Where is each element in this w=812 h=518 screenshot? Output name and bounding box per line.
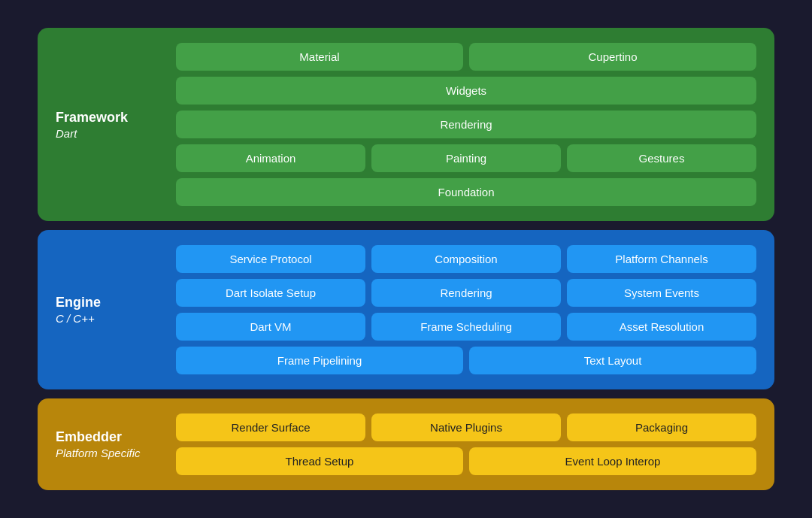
embedder-subtitle: Platform Specific [56,447,161,459]
cell-foundation: Foundation [176,178,756,206]
framework-subtitle: Dart [56,127,161,140]
engine-row-4: Frame Pipelining Text Layout [176,347,756,374]
engine-subtitle: C / C++ [56,312,161,325]
flutter-architecture-diagram: Framework Dart Material Cupertino Widget… [23,13,789,505]
cell-material: Material [176,43,463,71]
cell-rendering-eng: Rendering [371,279,561,307]
framework-content: Material Cupertino Widgets Rendering Ani… [176,43,756,206]
cell-cupertino: Cupertino [469,43,756,71]
cell-painting: Painting [371,144,561,172]
cell-composition: Composition [371,245,561,273]
engine-label: Engine C / C++ [56,295,161,325]
embedder-layer: Embedder Platform Specific Render Surfac… [38,398,774,490]
framework-row-5: Foundation [176,178,756,206]
framework-title: Framework [56,110,161,126]
cell-service-protocol: Service Protocol [176,245,365,273]
framework-row-4: Animation Painting Gestures [176,144,756,172]
engine-content: Service Protocol Composition Platform Ch… [176,245,756,374]
cell-packaging: Packaging [567,413,756,441]
cell-asset-resolution: Asset Resolution [567,313,756,341]
embedder-row-2: Thread Setup Event Loop Interop [176,447,756,475]
framework-row-2: Widgets [176,77,756,105]
engine-row-1: Service Protocol Composition Platform Ch… [176,245,756,273]
engine-row-2: Dart Isolate Setup Rendering System Even… [176,279,756,307]
cell-dart-vm: Dart VM [176,313,365,341]
embedder-title: Embedder [56,429,161,445]
cell-thread-setup: Thread Setup [176,447,463,475]
cell-widgets: Widgets [176,77,756,105]
cell-frame-pipelining: Frame Pipelining [176,347,463,374]
cell-animation: Animation [176,144,365,172]
framework-row-3: Rendering [176,111,756,138]
framework-row-1: Material Cupertino [176,43,756,71]
cell-text-layout: Text Layout [469,347,756,374]
cell-platform-channels: Platform Channels [567,245,756,273]
cell-rendering-fw: Rendering [176,111,756,138]
embedder-label: Embedder Platform Specific [56,429,161,459]
framework-layer: Framework Dart Material Cupertino Widget… [38,28,774,221]
cell-system-events: System Events [567,279,756,307]
embedder-content: Render Surface Native Plugins Packaging … [176,413,756,475]
cell-dart-isolate: Dart Isolate Setup [176,279,365,307]
cell-frame-scheduling: Frame Scheduling [371,313,561,341]
cell-native-plugins: Native Plugins [371,413,561,441]
framework-label: Framework Dart [56,110,161,140]
embedder-row-1: Render Surface Native Plugins Packaging [176,413,756,441]
engine-title: Engine [56,295,161,310]
engine-row-3: Dart VM Frame Scheduling Asset Resolutio… [176,313,756,341]
cell-event-loop: Event Loop Interop [469,447,756,475]
cell-gestures: Gestures [567,144,756,172]
cell-render-surface: Render Surface [176,413,365,441]
engine-layer: Engine C / C++ Service Protocol Composit… [38,230,774,389]
